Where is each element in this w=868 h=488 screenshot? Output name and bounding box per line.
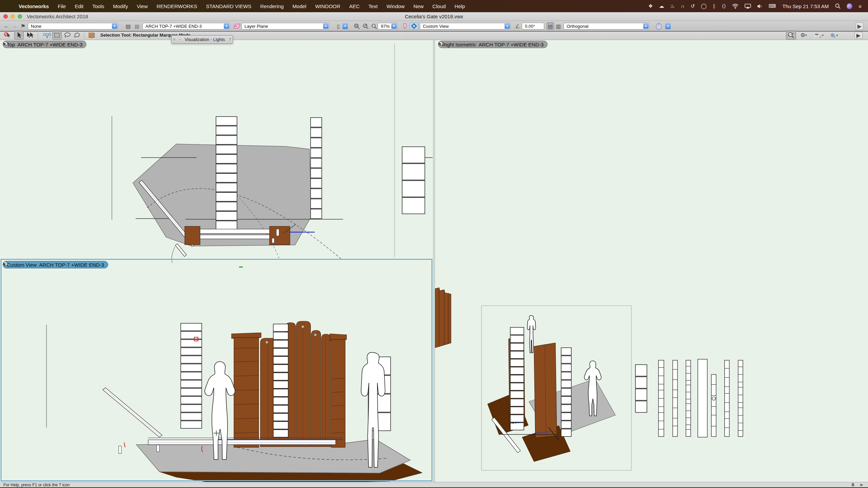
palette-close-icon[interactable]: × — [172, 37, 177, 42]
plank-strip-3[interactable] — [686, 360, 691, 436]
dropbox-icon[interactable]: ❖ — [645, 3, 656, 9]
projection-select[interactable]: Orthogonal ▼ — [564, 23, 649, 29]
palette-help-icon[interactable]: ? — [227, 37, 233, 42]
render-background-sphere-icon[interactable]: ⊕✓▾ — [827, 30, 841, 40]
view-options-icon[interactable]: ▥ — [555, 22, 562, 30]
saved-views-icon[interactable]: ⚑ — [19, 22, 27, 30]
plank-strip-6[interactable] — [725, 360, 729, 436]
zoom-icon[interactable] — [370, 22, 378, 30]
pane-divider[interactable] — [433, 40, 435, 482]
drawing-canvas[interactable]: Top ARCH TOP-7 +WIDE END-3 Right Isometr… — [0, 40, 868, 482]
class-options-icon[interactable]: ▤ — [124, 22, 132, 30]
menu-renderworks[interactable]: RENDERWORKS — [152, 3, 202, 9]
gate-rail-plan-2[interactable] — [200, 235, 270, 239]
messages-icon[interactable]: ◯ — [698, 3, 710, 9]
menu-model[interactable]: Model — [288, 3, 311, 9]
menu-edit[interactable]: Edit — [70, 3, 88, 9]
palette-minimize-icon[interactable]: − — [177, 37, 182, 42]
interactive-scaling-mode-icon[interactable] — [41, 30, 53, 40]
bluetooth-icon[interactable]: ᛒ — [710, 3, 719, 9]
menu-text[interactable]: Text — [364, 3, 382, 9]
menu-view[interactable]: View — [132, 3, 152, 9]
time-machine-icon[interactable]: ↺ — [688, 3, 698, 9]
siri-icon[interactable] — [844, 3, 855, 9]
top-view-drawing[interactable] — [112, 43, 433, 263]
menu-clock[interactable]: Thu Sep 21 7:53 AM — [779, 3, 832, 9]
play-icon[interactable]: ▶ — [861, 483, 863, 487]
working-plane-icon[interactable] — [233, 22, 241, 30]
menu-rendering[interactable]: Rendering — [256, 3, 288, 9]
pane-label-custom-view[interactable]: Custom View ARCH TOP-7 +WIDE END-3 — [3, 261, 108, 268]
rotation-angle-icon[interactable]: ∠ — [513, 22, 521, 30]
stair-plan-2[interactable] — [311, 118, 322, 219]
single-selection-icon[interactable] — [14, 30, 24, 40]
render-magnifier-icon[interactable] — [786, 30, 796, 40]
active-class-select[interactable]: ARCH TOP-7 +WIDE END-3 ▼ — [142, 23, 230, 29]
lasso-marquee-icon[interactable] — [63, 30, 72, 40]
wifi-icon[interactable] — [729, 4, 742, 9]
toolbar-overflow-icon[interactable]: ▶ — [856, 22, 863, 30]
back-icon[interactable]: ← — [3, 22, 10, 30]
mouse-tool-icon[interactable] — [653, 22, 665, 30]
menu-file[interactable]: File — [53, 3, 70, 9]
menu-cloud[interactable]: Cloud — [428, 3, 450, 9]
door-tool-icon[interactable] — [87, 30, 97, 40]
flame-icon[interactable]: ♨ — [667, 3, 677, 9]
menu-new[interactable]: New — [409, 3, 428, 9]
class-edit-icon[interactable]: ▦ — [133, 22, 141, 30]
stair-iso-1[interactable] — [510, 327, 524, 430]
headphones-icon[interactable]: ∩ — [678, 3, 688, 9]
render-settings-gear-icon[interactable]: ⚙▾ — [797, 30, 810, 40]
right-isometric-drawing[interactable] — [435, 288, 743, 470]
menu-help[interactable]: Help — [450, 3, 470, 9]
saved-views-select[interactable]: None ▼ — [28, 23, 118, 29]
fit-page-zoom-icon[interactable] — [353, 22, 361, 30]
panel-stack-strip[interactable] — [635, 365, 647, 412]
menu-aec[interactable]: AEC — [345, 3, 364, 9]
rotation-angle-field[interactable]: 0.00° — [522, 23, 544, 29]
panel-stack-plan[interactable] — [402, 147, 425, 214]
render-mode-teapot-icon[interactable]: ☕✓▾ — [812, 30, 825, 40]
menu-windoor[interactable]: WINDOOR — [311, 3, 344, 9]
plank-strip-4-wide[interactable] — [698, 359, 707, 437]
menu-vectorworks[interactable]: Vectorworks — [14, 3, 53, 9]
visualization-lights-palette[interactable]: × − Visualization - Lights ? — [171, 35, 233, 44]
pane-label-right-isometric[interactable]: Right Isometric ARCH TOP-7 +WIDE END-3 — [438, 41, 548, 48]
gate-rail-plan-1[interactable] — [200, 229, 270, 233]
plank-strip-1[interactable] — [658, 360, 664, 436]
mouse-tool-dropdown[interactable]: ▼ — [665, 23, 671, 29]
current-view-select[interactable]: Custom View ▼ — [420, 23, 511, 29]
gate-panel-iso-edge[interactable] — [435, 288, 451, 348]
rectangular-marquee-icon[interactable] — [52, 30, 62, 40]
notification-center-icon[interactable]: ≡ — [855, 3, 865, 9]
page-options-dropdown[interactable]: ▼ — [342, 23, 348, 29]
plank-strip-7[interactable] — [738, 360, 743, 436]
menu-tools[interactable]: Tools — [88, 3, 108, 9]
bell-icon[interactable] — [851, 483, 855, 487]
volume-icon[interactable] — [754, 4, 766, 9]
zoom-level-select[interactable]: 97% ▼ — [378, 23, 397, 29]
normal-view-icon[interactable] — [410, 22, 418, 30]
menu-window[interactable]: Window — [382, 3, 409, 9]
polygon-marquee-icon[interactable] — [73, 30, 81, 40]
menu-standard-views[interactable]: STANDARD VIEWS — [201, 3, 256, 9]
unified-view-icon[interactable]: ▤ — [547, 22, 554, 30]
keyboard-icon[interactable]: ⌨ — [766, 3, 779, 9]
gate-post-plan-left[interactable] — [185, 226, 200, 245]
code-brackets-icon[interactable]: ⟨⟩ — [719, 3, 729, 9]
spotlight-icon[interactable] — [832, 3, 844, 9]
airplay-icon[interactable] — [742, 4, 754, 9]
plank-strip-2[interactable] — [673, 360, 677, 436]
fit-objects-zoom-icon[interactable] — [361, 22, 370, 30]
stair-iso-2[interactable] — [561, 348, 571, 436]
page-icon[interactable]: ▯ — [334, 22, 342, 30]
onedrive-icon[interactable]: ☁ — [656, 3, 667, 9]
multiple-selection-icon[interactable] — [25, 30, 35, 40]
menu-modify[interactable]: Modify — [108, 3, 132, 9]
window-title-bar[interactable]: Vectorworks Architect 2018 Cecelia's Gat… — [0, 12, 868, 21]
plank-strip-5[interactable] — [711, 374, 716, 436]
forward-icon[interactable]: → — [11, 22, 18, 30]
plane-mode-select[interactable]: Layer Plane ▼ — [241, 23, 329, 29]
modebar-overflow-icon[interactable]: ▶ — [854, 32, 863, 39]
look-at-plane-icon[interactable] — [401, 22, 409, 30]
